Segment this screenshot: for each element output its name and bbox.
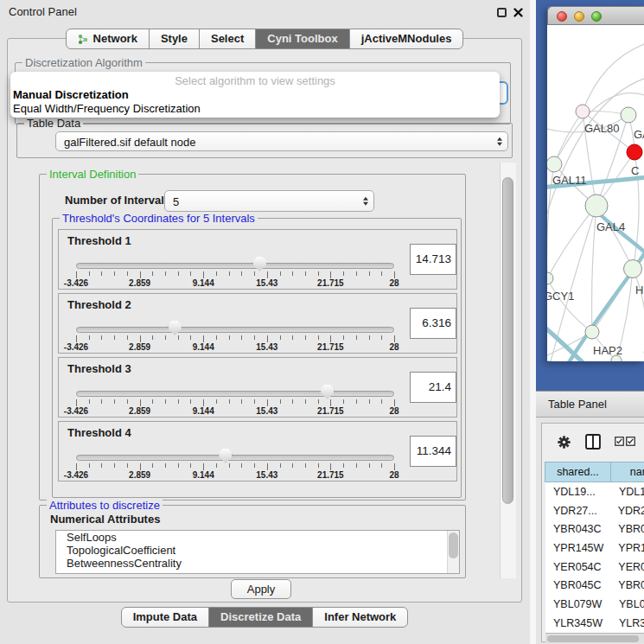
tab-jactivemnodules[interactable]: jActiveMNodules [349, 29, 464, 49]
numerical-attributes-list[interactable]: SelfLoopsTopologicalCoefficientBetweenne… [55, 530, 460, 574]
table-hscrollbar-thumb[interactable] [547, 635, 639, 642]
close-icon[interactable] [513, 7, 524, 18]
number-of-intervals-combo[interactable]: 5 [164, 190, 374, 212]
tick-mark [369, 399, 370, 404]
slider-thumb[interactable] [169, 321, 182, 335]
tick-mark [241, 399, 242, 404]
tick-mark [267, 271, 268, 278]
slider-thumb[interactable] [321, 385, 334, 399]
table-hscrollbar-track[interactable] [545, 633, 644, 643]
interval-definition-group: Interval Definition Number of Intervals … [39, 174, 466, 501]
table-cell: YBL079W [545, 598, 612, 610]
table-row[interactable]: YPR145WYPR1 [545, 539, 644, 558]
table-rows: YDL19...YDL1YDR27...YDR2YBR043CYBR0YPR14… [545, 482, 644, 633]
threshold-value-field[interactable]: 6.316 [410, 308, 456, 339]
network-node-gal80[interactable] [576, 105, 590, 118]
slider-track[interactable] [76, 327, 394, 333]
checkbox-icon[interactable] [626, 437, 635, 446]
tick-label: 2.859 [129, 342, 150, 352]
network-node[interactable] [611, 355, 622, 361]
dropdown-option[interactable]: Manual Discretization [13, 88, 129, 101]
list-scrollbar-track[interactable] [447, 531, 459, 573]
table-column-header[interactable]: shared... [545, 462, 611, 482]
tick-mark [369, 463, 370, 468]
close-traffic-light[interactable] [557, 11, 567, 22]
threshold-value-field[interactable]: 14.713 [410, 244, 456, 275]
apply-button[interactable]: Apply [231, 579, 291, 599]
slider-thumb[interactable] [253, 257, 266, 271]
network-node-gal4[interactable] [585, 194, 608, 217]
list-scrollbar-thumb[interactable] [449, 532, 458, 558]
table-row[interactable]: YLR345WYLR3 [545, 614, 644, 633]
table-row[interactable]: YBL079WYBL0 [545, 595, 644, 614]
tick-mark [229, 271, 230, 276]
tick-mark [280, 335, 281, 340]
network-node-hap2[interactable] [585, 325, 599, 339]
tick-mark [292, 463, 293, 468]
gear-icon[interactable] [556, 434, 572, 450]
table-row[interactable]: YDR27...YDR2 [545, 501, 644, 520]
network-node-gal11[interactable] [547, 156, 562, 172]
network-node-gcy1[interactable] [547, 272, 553, 284]
table-panel-box: shared...name YDL19...YDL1YDR27...YDR2YB… [541, 423, 644, 642]
table-data-combo[interactable]: galFiltered.sif default node [55, 131, 508, 151]
tick-mark [140, 335, 141, 342]
zoom-traffic-light[interactable] [591, 11, 602, 22]
tick-mark [394, 399, 395, 406]
tick-mark [165, 399, 166, 404]
attribute-list-item[interactable]: TopologicalCoefficient [56, 544, 459, 557]
tab-cyni-toolbox[interactable]: Cyni Toolbox [255, 29, 349, 49]
float-window-icon[interactable] [497, 8, 507, 17]
attribute-list-item[interactable]: SelfLoops [56, 531, 459, 544]
discretization-algorithm-group-title: Discretization Algorithm [22, 56, 145, 69]
tab-impute-data[interactable]: Impute Data [121, 607, 209, 628]
network-canvas[interactable]: GAL80GALCGAL11GAL4GCY1HHAP2 [547, 25, 644, 361]
threshold-label: Threshold 2 [67, 298, 131, 311]
network-node-gal[interactable] [621, 107, 636, 123]
network-window-titlebar[interactable] [547, 6, 644, 25]
tick-mark [318, 271, 319, 276]
tab-network[interactable]: Network [66, 29, 150, 49]
panel-divider[interactable] [530, 0, 536, 644]
table-cell: YBR043C [545, 523, 611, 535]
tab-select[interactable]: Select [199, 29, 256, 49]
tick-mark [241, 271, 242, 276]
settings-scrollbar-thumb[interactable] [502, 177, 513, 504]
tick-mark [216, 335, 217, 340]
tick-mark [267, 463, 268, 470]
table-row[interactable]: YDL19...YDL1 [545, 482, 644, 501]
tab-style[interactable]: Style [149, 29, 200, 49]
network-node-h[interactable] [624, 260, 642, 278]
attribute-list-item[interactable]: BetweennessCentrality [56, 557, 459, 570]
network-node-c[interactable] [627, 144, 642, 160]
tick-mark [318, 463, 319, 468]
slider-track[interactable] [76, 391, 394, 397]
tab-infer-network[interactable]: Infer Network [312, 607, 408, 628]
threshold-value-field[interactable]: 21.4 [410, 372, 456, 403]
table-cell: YBR045C [545, 579, 611, 591]
slider-ticks [76, 271, 394, 279]
tab-label: Select [211, 29, 244, 48]
slider-track[interactable] [76, 263, 394, 269]
checkbox-icon[interactable] [615, 437, 624, 446]
threshold-label: Threshold 3 [67, 362, 131, 375]
table-cell: YDL1 [612, 486, 644, 498]
tick-mark [203, 335, 204, 342]
table-row[interactable]: YER054CYER0 [545, 558, 644, 577]
minimize-traffic-light[interactable] [574, 11, 584, 22]
tick-mark [356, 335, 357, 340]
tick-mark [318, 335, 319, 340]
tab-label: Discretize Data [220, 608, 301, 627]
table-row[interactable]: YBR045CYBR0 [545, 576, 644, 595]
slider-thumb[interactable] [219, 449, 232, 463]
slider-track[interactable] [76, 455, 394, 461]
table-row[interactable]: YBR043CYBR0 [545, 520, 644, 539]
tick-mark [216, 399, 217, 404]
split-columns-icon[interactable] [585, 434, 601, 450]
dropdown-option[interactable]: Equal Width/Frequency Discretization [13, 102, 201, 115]
table-column-header[interactable]: name [610, 462, 644, 482]
threshold-value-field[interactable]: 11.344 [410, 436, 456, 467]
tick-mark [190, 271, 191, 276]
combo-spinner-icon [496, 136, 502, 147]
tab-discretize-data[interactable]: Discretize Data [208, 607, 313, 628]
